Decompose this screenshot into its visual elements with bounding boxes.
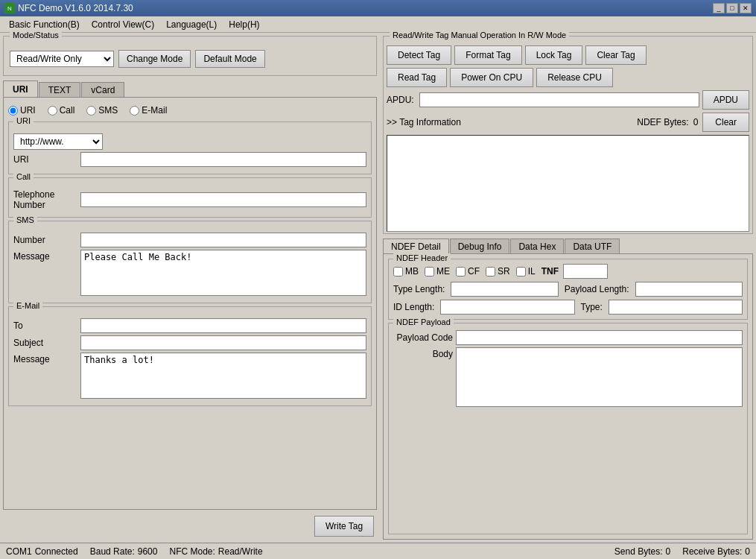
id-length-row: ID Length: Type: (393, 300, 743, 315)
email-subject-label: Subject (13, 338, 80, 348)
payload-code-label: Payload Code (393, 332, 453, 343)
telephone-input[interactable]: 13812345678 (80, 192, 366, 207)
mode-bar: Read/Write OnlyCard EmulationPeer-to-Pee… (7, 45, 373, 72)
uri-input[interactable]: baidu.com (80, 152, 366, 167)
mode-status-group: Mode/Status Read/Write OnlyCard Emulatio… (3, 36, 377, 76)
tab-text[interactable]: TEXT (39, 82, 81, 97)
call-group-title: Call (13, 172, 34, 181)
tab-ndef-detail[interactable]: NDEF Detail (383, 239, 449, 253)
email-to-row: To 888888@Gmail.com (13, 318, 366, 333)
email-message-textarea[interactable]: Thanks a lot! (80, 353, 366, 399)
ndef-payload-group: NDEF Payload Payload Code Body (388, 323, 748, 534)
app-title: NFC Demo V1.6.0 2014.7.30 (18, 3, 133, 13)
left-tab-content: URI Call SMS E-Mail URI (3, 97, 377, 510)
rw-toolbar-row1: Detect Tag Format Tag Lock Tag Clear Tag (387, 45, 749, 65)
email-to-input[interactable]: 888888@Gmail.com (80, 318, 366, 333)
sms-group-title: SMS (13, 215, 37, 224)
email-message-row: Message Thanks a lot! (13, 353, 366, 399)
radio-call[interactable]: Call (48, 105, 75, 116)
sms-message-row: Message Please Call Me Back! (13, 250, 366, 296)
mode-select[interactable]: Read/Write OnlyCard EmulationPeer-to-Pee… (10, 51, 114, 67)
apdu-label: APDU: (387, 95, 416, 105)
email-subject-input[interactable]: Good Job! (80, 335, 366, 350)
ndef-section: NDEF Detail Debug Info Data Hex Data UTF… (383, 237, 753, 540)
uri-prefix-row: http://www.https://www.http://https://ft… (13, 133, 366, 150)
left-tabs-bar: URI TEXT vCard (3, 79, 377, 97)
ndef-header-title: NDEF Header (393, 253, 451, 262)
payload-code-input[interactable] (456, 330, 743, 345)
tab-data-hex[interactable]: Data Hex (510, 239, 564, 253)
nfc-mode-segment: NFC Mode: Read/Write (169, 546, 262, 557)
sms-message-textarea[interactable]: Please Call Me Back! (80, 250, 366, 296)
type-input[interactable] (609, 300, 743, 315)
uri-field-row: URI baidu.com (13, 152, 366, 167)
type-length-input[interactable] (451, 282, 558, 297)
uri-radio-group: URI Call SMS E-Mail (8, 102, 372, 119)
release-cpu-button[interactable]: Release CPU (536, 68, 613, 87)
ndef-checkbox-row: MB ME CF SR IL (393, 264, 743, 279)
type-length-row: Type Length: Payload Length: (393, 282, 743, 297)
title-bar: N NFC Demo V1.6.0 2014.7.30 _ □ ✕ (0, 0, 756, 16)
clear-button[interactable]: Clear (702, 113, 749, 132)
payload-length-input[interactable] (635, 282, 743, 297)
radio-sms[interactable]: SMS (86, 105, 118, 116)
right-panel: Read/Write Tag Manual Operation In R/W M… (380, 33, 756, 543)
radio-uri[interactable]: URI (8, 105, 36, 116)
lock-tag-button[interactable]: Lock Tag (525, 45, 583, 65)
menu-control-view[interactable]: Control View(C) (86, 18, 160, 31)
change-mode-button[interactable]: Change Mode (118, 50, 191, 68)
ndef-bytes-group: NDEF Bytes: 0 Clear (637, 113, 749, 132)
checkbox-il[interactable]: IL (516, 266, 536, 277)
email-field-group: E-Mail To 888888@Gmail.com Subject Good … (8, 306, 372, 406)
menu-basic-function[interactable]: Basic Function(B) (3, 18, 86, 31)
checkbox-sr[interactable]: SR (486, 266, 510, 277)
menu-help[interactable]: Help(H) (223, 18, 265, 31)
menu-bar: Basic Function(B) Control View(C) Langua… (0, 16, 756, 33)
rw-group: Read/Write Tag Manual Operation In R/W M… (383, 36, 753, 234)
apdu-button[interactable]: APDU (702, 90, 749, 110)
format-tag-button[interactable]: Format Tag (454, 45, 521, 65)
status-bar: COM1 Connected Baud Rate: 9600 NFC Mode:… (0, 543, 756, 559)
tnf-row: TNF (541, 264, 608, 279)
tab-vcard[interactable]: vCard (81, 82, 124, 97)
checkbox-me[interactable]: ME (425, 266, 450, 277)
close-button[interactable]: ✕ (740, 3, 752, 13)
tab-uri[interactable]: URI (3, 80, 38, 97)
detect-tag-button[interactable]: Detect Tag (387, 45, 451, 65)
sms-number-input[interactable]: 13812345678 (80, 233, 366, 247)
tab-data-utf[interactable]: Data UTF (565, 239, 620, 253)
tnf-label: TNF (541, 266, 559, 277)
baud-rate-label: Baud Rate: (90, 546, 135, 557)
read-tag-button[interactable]: Read Tag (387, 68, 447, 87)
id-length-input[interactable] (440, 300, 574, 315)
payload-length-label: Payload Length: (565, 284, 629, 294)
checkbox-cf[interactable]: CF (456, 266, 480, 277)
minimize-button[interactable]: _ (713, 3, 725, 13)
menu-language[interactable]: Language(L) (160, 18, 223, 31)
default-mode-button[interactable]: Default Mode (195, 50, 264, 68)
port-segment: COM1 Connected (6, 546, 78, 557)
write-tag-button[interactable]: Write Tag (314, 516, 374, 537)
id-length-label: ID Length: (393, 302, 434, 312)
uri-prefix-select[interactable]: http://www.https://www.http://https://ft… (13, 133, 103, 150)
nfc-mode-value: Read/Write (218, 546, 263, 557)
main-content: Mode/Status Read/Write OnlyCard Emulatio… (0, 33, 756, 543)
body-textarea[interactable] (456, 347, 743, 407)
send-bytes-value: 0 (666, 546, 671, 557)
checkbox-mb[interactable]: MB (393, 266, 419, 277)
tnf-input[interactable] (563, 264, 608, 279)
clear-tag-button[interactable]: Clear Tag (585, 45, 646, 65)
uri-field-group: URI http://www.https://www.http://https:… (8, 121, 372, 174)
radio-email[interactable]: E-Mail (130, 105, 167, 116)
call-field-row: TelephoneNumber 13812345678 (13, 189, 366, 210)
power-on-cpu-button[interactable]: Power On CPU (450, 68, 533, 87)
sms-number-row: Number 13812345678 (13, 233, 366, 247)
restore-button[interactable]: □ (726, 3, 738, 13)
apdu-input[interactable]: 00 84 00 00 04 (419, 92, 699, 107)
port-label: COM1 (6, 546, 32, 557)
uri-label: URI (13, 154, 80, 165)
receive-bytes-segment: Receive Bytes: 0 (682, 546, 750, 557)
ndef-bytes-label: NDEF Bytes: (637, 117, 688, 127)
tab-debug-info[interactable]: Debug Info (450, 239, 510, 253)
receive-bytes-value: 0 (745, 546, 750, 557)
